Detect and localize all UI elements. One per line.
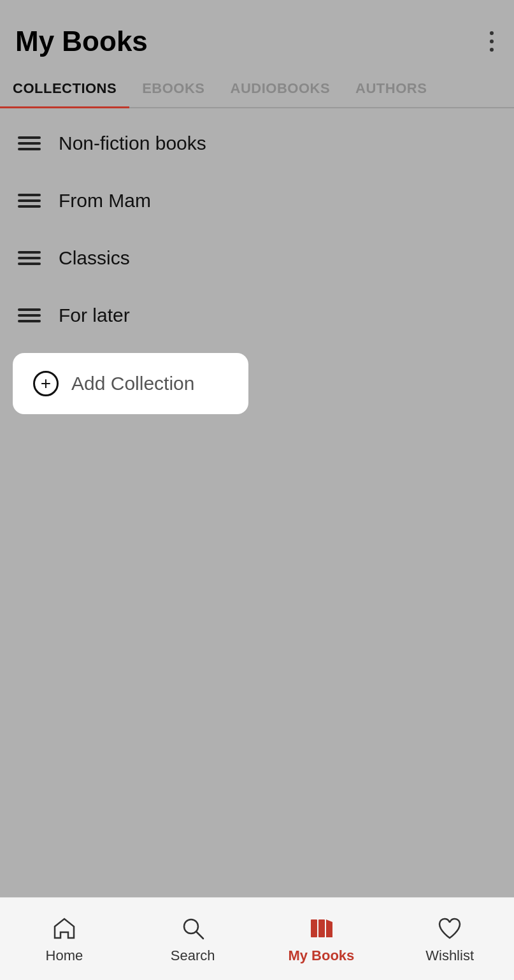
svg-rect-3: [318, 919, 325, 937]
list-item[interactable]: Classics: [0, 229, 514, 287]
list-item[interactable]: From Mam: [0, 172, 514, 229]
add-collection-button[interactable]: Add Collection: [13, 353, 248, 414]
tab-audiobooks[interactable]: AUDIOBOOKS: [218, 70, 343, 107]
search-icon: [179, 914, 207, 942]
drag-handle-icon: [18, 251, 41, 265]
bottom-navigation: Home Search My Books Wishlist: [0, 897, 514, 980]
tab-collections[interactable]: COLLECTIONS: [0, 70, 129, 107]
nav-item-home[interactable]: Home: [0, 914, 129, 964]
header: My Books: [0, 0, 514, 57]
list-item[interactable]: Non-fiction books: [0, 115, 514, 172]
my-books-icon: [307, 914, 335, 942]
svg-line-1: [196, 932, 203, 939]
home-icon: [50, 914, 78, 942]
heart-icon: [436, 914, 464, 942]
page-title: My Books: [15, 25, 148, 57]
svg-rect-2: [311, 919, 317, 937]
tab-authors[interactable]: AUTHORS: [343, 70, 439, 107]
plus-circle-icon: [33, 371, 59, 396]
list-item[interactable]: For later: [0, 287, 514, 344]
tabs-bar: COLLECTIONS EBOOKS AUDIOBOOKS AUTHORS: [0, 70, 514, 108]
collections-list: Non-fiction books From Mam Classics For …: [0, 108, 514, 429]
tab-ebooks[interactable]: EBOOKS: [129, 70, 217, 107]
nav-item-wishlist[interactable]: Wishlist: [385, 914, 514, 964]
drag-handle-icon: [18, 136, 41, 150]
nav-item-search[interactable]: Search: [129, 914, 257, 964]
drag-handle-icon: [18, 308, 41, 322]
three-dots-vertical-icon[interactable]: [485, 26, 499, 57]
nav-item-my-books[interactable]: My Books: [257, 914, 386, 964]
drag-handle-icon: [18, 194, 41, 208]
